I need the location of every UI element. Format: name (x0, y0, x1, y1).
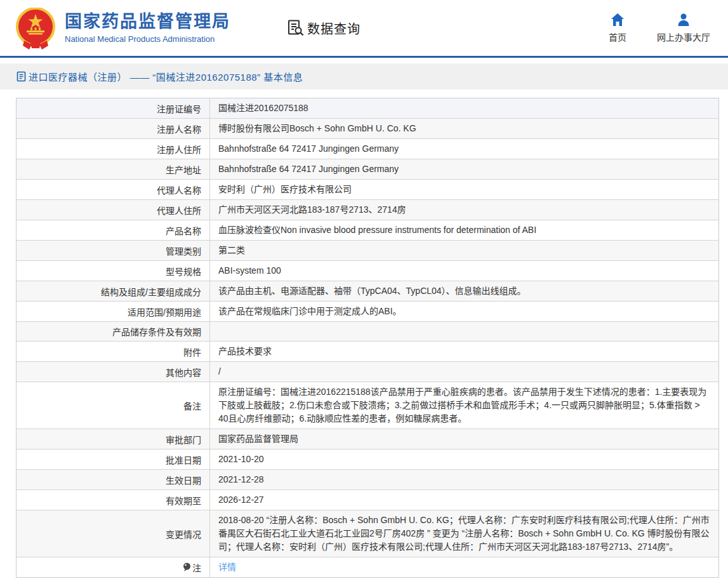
table-row: 备注 原注册证编号：国械注进20162215188该产品禁用于严重心脏疾病的患者… (17, 382, 718, 429)
row-label: 生效日期 (17, 470, 210, 489)
table-row: 注 详情 (17, 557, 718, 577)
brand-text: 国家药品监督管理局 National Medical Products Admi… (65, 12, 230, 43)
row-value: 2021-10-20 (210, 449, 718, 469)
row-label-text: 代理人名称 (157, 183, 201, 196)
row-label-text: 注 (192, 561, 201, 574)
nav-label-home: 首页 (609, 30, 626, 43)
nav-item-home[interactable]: 首页 (609, 13, 626, 43)
breadcrumb: 进口医疗器械（注册） —— “国械注进20162075188” 基本信息 (0, 63, 728, 90)
row-label: 其他内容 (17, 362, 210, 382)
row-label-text: 审批部门 (166, 433, 201, 446)
row-label-text: 型号规格 (166, 265, 201, 277)
row-label-text: 产品名称 (166, 224, 201, 237)
row-label: 结构及组成/主要组成成分 (17, 281, 210, 301)
row-value: 国械注进20162075188 (210, 98, 718, 118)
row-label-text: 适用范围/预期用途 (128, 305, 201, 318)
row-value: 2026-12-27 (210, 490, 718, 510)
row-value: 原注册证编号：国械注进20162215188该产品禁用于严重心脏疾病的患者。该产… (210, 382, 718, 429)
row-label: 批准日期 (17, 449, 210, 469)
row-label: 备注 (17, 382, 210, 429)
nav-label-service-hall: 网上办事大厅 (657, 30, 710, 43)
registration-info-table: 注册证编号 国械注进20162075188 注册人名称 博时股份有限公司Bosc… (16, 98, 719, 578)
row-label: 有效期至 (17, 490, 210, 510)
row-label: 注册证编号 (17, 98, 210, 118)
nav-item-service-hall[interactable]: 网上办事大厅 (657, 13, 710, 43)
row-label: 产品名称 (17, 220, 210, 240)
row-label: 附件 (17, 342, 210, 361)
table-row: 产品储存条件及有效期 (17, 322, 718, 342)
site-header: 国家药品监督管理局 National Medical Products Admi… (0, 0, 728, 56)
row-label-text: 备注 (183, 399, 201, 412)
row-label: 注册人名称 (17, 119, 210, 138)
row-value: Bahnhofstraße 64 72417 Jungingen Germany (210, 139, 718, 159)
row-value: 安时利（广州）医疗技术有限公司 (210, 180, 718, 199)
table-row: 型号规格 ABI-system 100 (17, 261, 718, 281)
table-row: 注册人住所 Bahnhofstraße 64 72417 Jungingen G… (17, 139, 718, 159)
row-value: 广州市天河区天河北路183-187号2713、2714房 (210, 200, 718, 220)
header-divider (0, 56, 728, 58)
row-label: 审批部门 (17, 429, 210, 449)
row-value: / (210, 362, 718, 382)
data-query-label: 数据查询 (307, 19, 361, 37)
row-value: 该产品在常规临床门诊中用于测定成人的ABI。 (210, 302, 718, 321)
row-label-text: 产品储存条件及有效期 (112, 325, 201, 338)
table-row: 注册证编号 国械注进20162075188 (17, 98, 718, 119)
row-label-text: 生效日期 (166, 474, 201, 486)
row-label-text: 有效期至 (166, 494, 201, 507)
table-row: 注册人名称 博时股份有限公司Bosch + Sohn GmbH U. Co. K… (17, 119, 718, 139)
table-row: 批准日期 2021-10-20 (17, 449, 718, 470)
home-icon (611, 13, 625, 27)
row-value: Bahnhofstraße 64 72417 Jungingen Germany (210, 159, 718, 179)
row-label-text: 注册人住所 (157, 143, 201, 156)
document-icon (17, 71, 26, 82)
table-row: 代理人名称 安时利（广州）医疗技术有限公司 (17, 180, 718, 200)
table-row: 产品名称 血压脉波检查仪Non invasive blood pressure … (17, 220, 718, 241)
table-row: 生产地址 Bahnhofstraße 64 72417 Jungingen Ge… (17, 159, 718, 180)
row-label-text: 变更情况 (166, 528, 201, 540)
row-label-text: 结构及组成/主要组成成分 (101, 285, 201, 298)
row-label: 注册人住所 (17, 139, 210, 159)
row-value: 血压脉波检查仪Non invasive blood pressure instr… (210, 220, 718, 240)
row-value (210, 322, 718, 341)
row-value: ABI-system 100 (210, 261, 718, 281)
row-label-text: 注册证编号 (157, 102, 201, 115)
row-label-text: 其他内容 (166, 366, 201, 378)
row-label: 产品储存条件及有效期 (17, 322, 210, 341)
row-value: 产品技术要求 (210, 342, 718, 361)
row-label-text: 注册人名称 (157, 123, 201, 135)
row-label-text: 管理类别 (166, 244, 201, 257)
table-row: 管理类别 第二类 (17, 241, 718, 261)
table-row: 适用范围/预期用途 该产品在常规临床门诊中用于测定成人的ABI。 (17, 302, 718, 322)
header-nav: 首页 网上办事大厅 (609, 13, 710, 43)
row-value: 博时股份有限公司Bosch + Sohn GmbH U. Co. KG (210, 119, 718, 138)
document-search-icon (288, 20, 304, 36)
table-row: 附件 产品技术要求 (17, 342, 718, 362)
table-row: 生效日期 2021-12-28 (17, 470, 718, 490)
data-query-button[interactable]: 数据查询 (288, 19, 361, 37)
person-icon (677, 13, 691, 27)
row-value: 2021-12-28 (210, 470, 718, 489)
table-row: 有效期至 2026-12-27 (17, 490, 718, 510)
row-label: 代理人住所 (17, 200, 210, 220)
table-row: 结构及组成/主要组成成分 该产品由主机、电源适配器、袖带（TypCA04、Typ… (17, 281, 718, 302)
row-label: 型号规格 (17, 261, 210, 281)
row-label: 生产地址 (17, 159, 210, 179)
row-value: 2018-08-20 “注册人名称：Bosch + Sohn GmbH U. C… (210, 510, 718, 557)
site-title-en: National Medical Products Administration (65, 34, 230, 44)
note-balloon-icon (183, 562, 191, 573)
site-title-cn: 国家药品监督管理局 (65, 12, 230, 32)
row-label: 变更情况 (17, 510, 210, 557)
national-emblem-logo (15, 8, 56, 50)
row-label-text: 生产地址 (166, 163, 201, 176)
row-label: 管理类别 (17, 241, 210, 260)
row-label: 注 (17, 557, 210, 577)
row-value: 第二类 (210, 241, 718, 260)
row-value: 国家药品监督管理局 (210, 429, 718, 449)
table-row: 审批部门 国家药品监督管理局 (17, 429, 718, 449)
row-label-text: 附件 (183, 345, 201, 358)
table-row: 代理人住所 广州市天河区天河北路183-187号2713、2714房 (17, 200, 718, 220)
row-label-text: 批准日期 (166, 453, 201, 466)
table-row: 变更情况 2018-08-20 “注册人名称：Bosch + Sohn GmbH… (17, 510, 718, 557)
row-value: 该产品由主机、电源适配器、袖带（TypCA04、TypCL04）、信息输出线组成… (210, 281, 718, 301)
details-link[interactable]: 详情 (210, 557, 718, 577)
